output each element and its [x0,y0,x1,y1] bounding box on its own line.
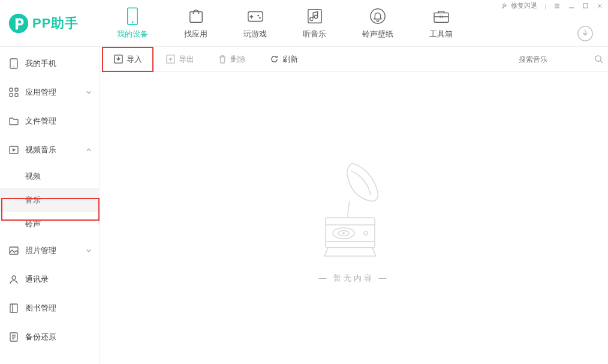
svg-point-25 [13,67,14,68]
svg-point-10 [132,22,134,23]
bell-icon [369,8,386,25]
sidebar-label: 视频 [25,171,41,182]
play-icon [9,146,19,154]
svg-rect-11 [189,12,201,23]
tab-find-apps[interactable]: 找应用 [184,7,207,40]
sidebar-label: 照片管理 [25,245,56,256]
minimize-icon [568,2,575,10]
sidebar-sub-ring[interactable]: 铃声 [0,212,99,236]
tab-games[interactable]: 玩游戏 [243,7,267,40]
phone-icon [126,7,139,25]
tab-label: 找应用 [184,29,207,40]
download-button[interactable] [577,25,594,44]
bag-icon [188,8,204,24]
chevron-down-icon [86,89,92,95]
toolbar: 导入 导出 删除 刷新 [100,47,608,72]
trash-icon [218,55,227,64]
sidebar-item-filemgmt[interactable]: 文件管理 [0,107,99,136]
tab-label: 铃声壁纸 [362,29,393,40]
delete-label: 删除 [230,54,246,65]
sidebar-item-contacts[interactable]: 通讯录 [0,265,99,294]
sidebar-label: 应用管理 [25,87,56,98]
logo-icon [8,13,29,34]
close-button[interactable] [596,2,603,10]
import-label: 导入 [127,54,142,65]
svg-rect-4 [583,4,588,8]
sidebar-item-books[interactable]: 图书管理 [0,294,99,323]
refresh-icon [270,55,279,64]
sidebar-label: 备份还原 [25,332,56,342]
sidebar-label: 文件管理 [25,116,56,127]
menu-icon [553,2,561,10]
sidebar-label: 铃声 [25,219,41,230]
svg-marker-31 [13,148,16,152]
contacts-icon [9,275,19,284]
menu-button[interactable] [553,2,561,10]
tab-music[interactable]: 听音乐 [303,7,326,40]
phone-outline-icon [10,58,18,69]
backup-icon [10,332,18,342]
svg-rect-34 [10,304,17,312]
sidebar-item-phone[interactable]: 我的手机 [0,49,99,78]
search-input[interactable] [519,55,591,64]
svg-point-33 [12,276,16,279]
sidebar-item-backup[interactable]: 备份还原 [0,323,99,351]
refresh-label: 刷新 [282,54,298,65]
svg-point-15 [257,15,259,17]
book-icon [10,303,18,313]
tab-my-device[interactable]: 我的设备 [117,7,148,40]
sidebar-item-photomgmt[interactable]: 照片管理 [0,236,99,265]
sidebar-label: 图书管理 [25,303,56,314]
svg-point-16 [259,17,261,19]
close-icon [596,2,603,10]
gamepad-icon [247,9,264,23]
minimize-button[interactable] [568,2,575,10]
wrench-icon [501,2,508,10]
maximize-button[interactable] [582,2,589,9]
svg-point-42 [595,56,601,61]
repair-button[interactable]: 修复闪退 [501,1,537,10]
sidebar-item-videoaudio[interactable]: 视频音乐 [0,136,99,164]
svg-point-50 [364,231,368,235]
search-icon [594,55,603,64]
divider: | [544,2,546,10]
tab-toolbox[interactable]: 工具箱 [429,7,453,40]
sidebar-label: 音乐 [25,195,41,206]
tab-label: 玩游戏 [243,29,267,40]
tab-ringwall[interactable]: 铃声壁纸 [362,7,393,40]
tab-label: 我的设备 [117,29,148,40]
delete-button[interactable]: 删除 [218,54,246,65]
export-icon [166,55,175,64]
sidebar: 我的手机 应用管理 文件管理 视频音乐 视频 音乐 铃声 照片管理 [0,47,100,364]
sidebar-sub-video[interactable]: 视频 [0,164,99,188]
svg-rect-27 [15,88,18,91]
import-button[interactable]: 导入 [114,54,142,65]
logo-text: PP助手 [32,14,79,32]
empty-state: — 暂无内容 — [100,72,608,364]
image-icon [9,246,19,255]
sidebar-label: 我的手机 [25,58,56,69]
tab-label: 工具箱 [429,29,453,40]
chevron-down-icon [86,248,92,254]
export-label: 导出 [179,54,194,65]
toolbox-icon [433,9,450,23]
repair-label: 修复闪退 [511,1,537,10]
svg-point-49 [342,232,345,234]
sidebar-sub-music[interactable]: 音乐 [0,188,99,212]
empty-label: — 暂无内容 — [318,273,389,284]
export-button[interactable]: 导出 [166,54,194,65]
sidebar-label: 通讯录 [25,274,49,285]
import-icon [114,55,123,64]
tab-label: 听音乐 [303,29,326,40]
logo: PP助手 [0,13,99,34]
search-box[interactable] [519,55,603,64]
download-icon [577,25,594,42]
svg-line-43 [600,61,603,63]
sidebar-item-appmgmt[interactable]: 应用管理 [0,78,99,107]
refresh-button[interactable]: 刷新 [270,54,298,65]
svg-rect-28 [10,94,13,97]
music-note-icon [307,8,323,24]
grid-icon [9,88,19,97]
svg-rect-29 [15,94,18,97]
sidebar-label: 视频音乐 [25,145,56,155]
